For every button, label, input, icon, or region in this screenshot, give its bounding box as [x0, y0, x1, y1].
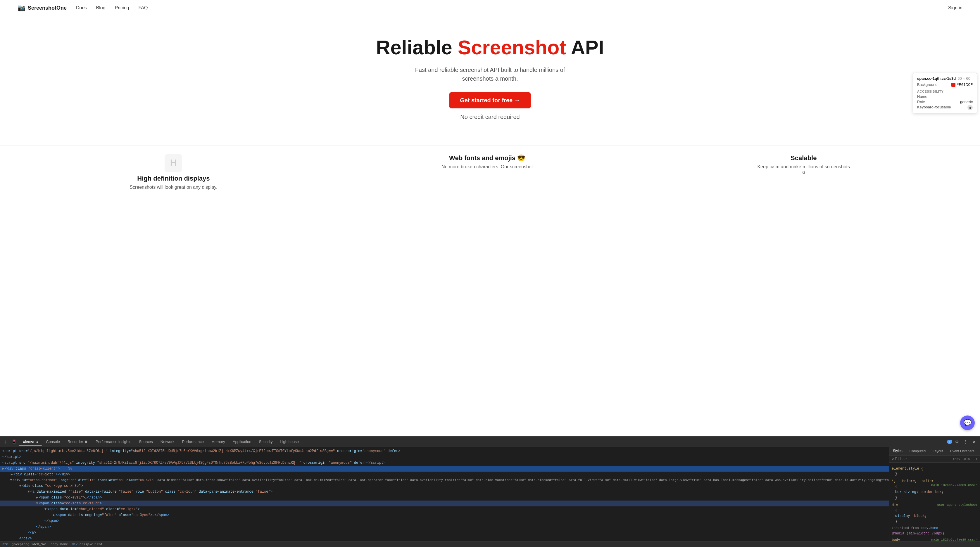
nav-blog[interactable]: Blog [96, 5, 105, 11]
navbar-left: 📷 ScreenshotOne Docs Blog Pricing FAQ [18, 4, 148, 12]
tooltip-size: 60 × 60 [958, 76, 970, 81]
tooltip-selector: span.cc-1qth.cc-1s3d [917, 76, 956, 81]
hero-title-part2: API [566, 36, 604, 59]
logo-text: ScreenshotOne [28, 5, 67, 11]
feature-hd-title: High definition displays [129, 175, 217, 182]
nav-faq[interactable]: FAQ [138, 5, 148, 11]
hero-title: Reliable Screenshot API [6, 36, 974, 59]
navbar: 📷 ScreenshotOne Docs Blog Pricing FAQ Si… [0, 0, 980, 16]
tooltip-keyboard-row: Keyboard-focusable ⊘ [917, 105, 973, 110]
tooltip-bg-value: #E61D0F [951, 82, 973, 87]
logo-icon: 📷 [18, 4, 25, 12]
tooltip-role-row: Role generic [917, 100, 973, 104]
hero-title-part1: Reliable [376, 36, 458, 59]
tooltip-role-label: Role [917, 100, 925, 104]
hero-section: Reliable Screenshot API Fast and reliabl… [0, 16, 980, 142]
hero-title-highlight: Screenshot [458, 36, 566, 59]
tooltip-accessibility-label: ACCESSIBILITY [917, 90, 973, 93]
tooltip-keyboard-label: Keyboard-focusable [917, 105, 951, 110]
feature-scalable-desc: Keep calm and make millions of screensho… [757, 164, 851, 175]
nav-pricing[interactable]: Pricing [115, 5, 129, 11]
features-section: H High definition displays Screenshots w… [0, 145, 980, 190]
cta-button[interactable]: Get started for free → [449, 92, 531, 108]
tooltip-popup: span.cc-1qth.cc-1s3d 60 × 60 Background … [913, 73, 977, 113]
sign-in-link[interactable]: Sign in [948, 5, 963, 11]
tooltip-role-value: generic [960, 100, 973, 104]
tooltip-bg-row: Background #E61D0F [917, 82, 973, 87]
tooltip-color-swatch [951, 83, 955, 87]
feature-scalable: Scalable Keep calm and make millions of … [757, 154, 851, 190]
feature-hd-icon: H [165, 154, 182, 172]
feature-scalable-title: Scalable [757, 154, 851, 162]
no-credit-card-text: No credit card required [6, 113, 974, 121]
feature-fonts-title: Web fonts and emojis 😎 [441, 154, 533, 162]
tooltip-color-hex: #E61D0F [957, 82, 973, 87]
nav-docs[interactable]: Docs [76, 5, 86, 11]
tooltip-bg-label: Background [917, 82, 937, 87]
feature-fonts: Web fonts and emojis 😎 No more broken ch… [441, 154, 533, 190]
tooltip-keyboard-value: ⊘ [967, 105, 973, 110]
tooltip-name-label: Name [917, 94, 928, 99]
hero-subtitle: Fast and reliable screenshot API built t… [6, 65, 974, 83]
feature-hd: H High definition displays Screenshots w… [129, 154, 217, 190]
tooltip-name-row: Name [917, 94, 973, 99]
feature-fonts-desc: No more broken characters. Our screensho… [441, 164, 533, 170]
feature-hd-desc: Screenshots will look great on any displ… [129, 185, 217, 190]
logo[interactable]: 📷 ScreenshotOne [18, 4, 67, 12]
